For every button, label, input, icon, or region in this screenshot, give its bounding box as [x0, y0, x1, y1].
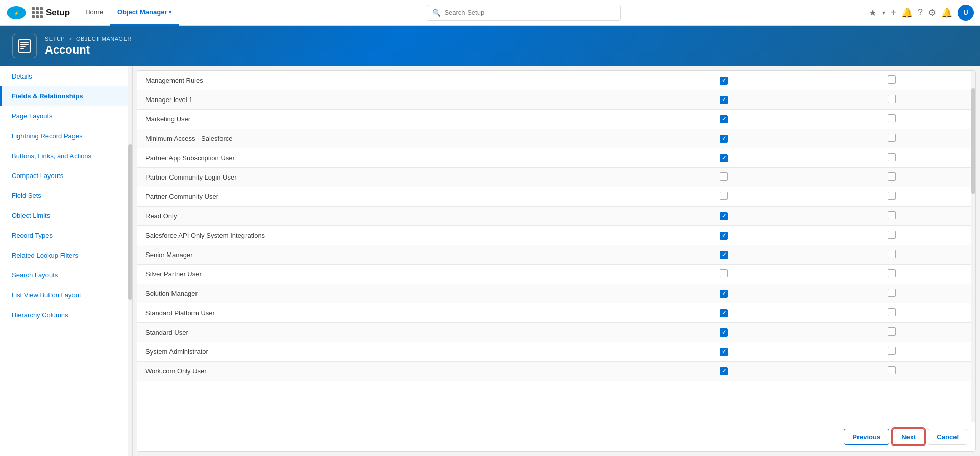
col1-checkbox[interactable] [720, 232, 728, 240]
banner-text: SETUP > OBJECT MANAGER Account [45, 36, 132, 57]
col1-checkbox-cell [640, 148, 807, 168]
col2-checkbox[interactable] [888, 269, 896, 277]
col2-checkbox[interactable] [888, 172, 896, 181]
col2-checkbox[interactable] [888, 308, 896, 316]
gear-icon[interactable]: ⚙ [928, 7, 936, 18]
col1-checkbox-cell [640, 207, 807, 226]
alert-icon[interactable]: 🔔 [901, 7, 913, 18]
col1-checkbox[interactable] [720, 135, 728, 143]
col1-checkbox[interactable] [720, 367, 728, 375]
col2-checkbox[interactable] [888, 192, 896, 200]
sidebar-item-fields-relationships[interactable]: Fields & Relationships [0, 86, 132, 106]
table-row: Minimum Access - Salesforce [137, 129, 975, 148]
col1-checkbox[interactable] [720, 212, 728, 220]
col2-checkbox-cell [808, 323, 975, 342]
sidebar-item-related-lookup-filters[interactable]: Related Lookup Filters [0, 245, 132, 265]
sidebar-item-page-layouts[interactable]: Page Layouts [0, 106, 132, 126]
notification-icon[interactable]: 🔔 [941, 7, 952, 18]
dropdown-icon[interactable]: ▾ [882, 9, 885, 16]
sidebar-item-field-sets[interactable]: Field Sets [0, 186, 132, 206]
search-input[interactable] [444, 9, 615, 16]
previous-button[interactable]: Previous [844, 429, 889, 445]
col2-checkbox[interactable] [888, 366, 896, 374]
sidebar-item-lightning-record-pages[interactable]: Lightning Record Pages [0, 126, 132, 146]
table-row: Salesforce API Only System Integrations [137, 226, 975, 245]
col1-checkbox-cell [640, 284, 807, 303]
add-icon[interactable]: + [890, 7, 896, 18]
table-row: Standard User [137, 323, 975, 342]
col1-checkbox[interactable] [720, 328, 728, 337]
col1-checkbox-cell [640, 110, 807, 129]
row-label: Standard Platform User [137, 303, 640, 323]
col1-checkbox-cell [640, 226, 807, 245]
col2-checkbox[interactable] [888, 347, 896, 355]
col1-checkbox[interactable] [720, 96, 728, 104]
table-row: Solution Manager [137, 284, 975, 303]
sidebar-scrollbar-thumb[interactable] [128, 144, 132, 300]
search-bar: 🔍 [427, 5, 621, 21]
col2-checkbox[interactable] [888, 75, 896, 84]
table-row: Marketing User [137, 110, 975, 129]
col2-checkbox[interactable] [888, 231, 896, 239]
row-label: Partner App Subscription User [137, 148, 640, 168]
row-label: Partner Community Login User [137, 168, 640, 187]
col1-checkbox[interactable] [720, 309, 728, 317]
sidebar-item-list-view-button-layout[interactable]: List View Button Layout [0, 285, 132, 305]
col1-checkbox-cell [640, 265, 807, 284]
sidebar-scrollbar[interactable] [128, 66, 132, 456]
col2-checkbox[interactable] [888, 250, 896, 258]
col1-checkbox[interactable] [720, 348, 728, 356]
col2-checkbox-cell [808, 303, 975, 323]
sidebar-item-record-types[interactable]: Record Types [0, 225, 132, 245]
sidebar-item-details[interactable]: Details [0, 66, 132, 86]
app-title: Setup [46, 8, 70, 18]
star-icon[interactable]: ★ [869, 7, 877, 18]
col1-checkbox[interactable] [720, 290, 728, 298]
col1-checkbox-cell [640, 245, 807, 265]
col2-checkbox-cell [808, 168, 975, 187]
col1-checkbox[interactable] [720, 154, 728, 162]
col2-checkbox[interactable] [888, 153, 896, 161]
col1-checkbox-cell [640, 303, 807, 323]
content-scrollbar[interactable] [971, 71, 975, 422]
col1-checkbox[interactable] [720, 77, 728, 85]
row-label: Silver Partner User [137, 265, 640, 284]
sidebar-item-search-layouts[interactable]: Search Layouts [0, 265, 132, 285]
salesforce-logo[interactable]: ⚡ [6, 3, 27, 23]
col2-checkbox[interactable] [888, 114, 896, 122]
col1-checkbox-cell [640, 187, 807, 207]
col1-checkbox-cell [640, 129, 807, 148]
top-nav-icons: ★ ▾ + 🔔 ? ⚙ 🔔 U [869, 5, 974, 21]
row-label: System Administrator [137, 342, 640, 362]
search-bar-wrapper: 🔍 [179, 5, 869, 21]
col1-checkbox[interactable] [720, 172, 728, 181]
col1-checkbox[interactable] [720, 251, 728, 259]
sidebar-item-compact-layouts[interactable]: Compact Layouts [0, 166, 132, 186]
col2-checkbox-cell [808, 148, 975, 168]
col1-checkbox[interactable] [720, 115, 728, 123]
breadcrumb-setup[interactable]: SETUP [45, 36, 65, 42]
col2-checkbox[interactable] [888, 95, 896, 103]
help-icon[interactable]: ? [918, 7, 923, 18]
nav-home[interactable]: Home [78, 0, 110, 26]
cancel-button[interactable]: Cancel [928, 429, 967, 445]
grid-icon[interactable] [32, 7, 43, 18]
col2-checkbox[interactable] [888, 134, 896, 142]
sidebar-item-hierarchy-columns[interactable]: Hierarchy Columns [0, 305, 132, 325]
nav-object-manager[interactable]: Object Manager ▾ [110, 0, 179, 26]
col1-checkbox[interactable] [720, 192, 728, 200]
col2-checkbox[interactable] [888, 289, 896, 297]
col1-checkbox[interactable] [720, 269, 728, 277]
avatar[interactable]: U [958, 5, 974, 21]
next-button[interactable]: Next [892, 428, 925, 445]
sidebar-item-object-limits[interactable]: Object Limits [0, 206, 132, 225]
table-wrapper[interactable]: Management RulesManager level 1Marketing… [137, 71, 975, 422]
svg-text:⚡: ⚡ [14, 10, 19, 16]
breadcrumb-object-manager[interactable]: OBJECT MANAGER [76, 36, 132, 42]
row-label: Marketing User [137, 110, 640, 129]
row-label: Partner Community User [137, 187, 640, 207]
col2-checkbox[interactable] [888, 327, 896, 336]
sidebar-item-buttons-links-actions[interactable]: Buttons, Links, and Actions [0, 146, 132, 166]
content-scrollbar-thumb[interactable] [971, 88, 975, 193]
col2-checkbox[interactable] [888, 211, 896, 219]
